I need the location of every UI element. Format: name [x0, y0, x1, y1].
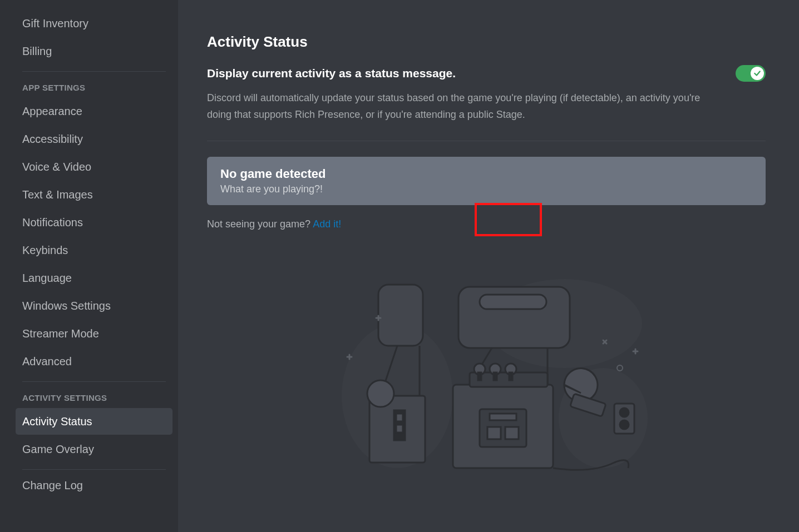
svg-point-7 — [367, 380, 394, 407]
svg-rect-25 — [487, 427, 501, 439]
svg-rect-15 — [480, 295, 546, 309]
sidebar-divider — [22, 71, 166, 72]
sidebar-item-language[interactable]: Language — [16, 265, 172, 291]
sidebar-item-appearance[interactable]: Appearance — [16, 98, 172, 125]
svg-point-29 — [620, 408, 629, 417]
sidebar-item-game-overlay[interactable]: Game Overlay — [16, 436, 172, 463]
sidebar-item-activity-status[interactable]: Activity Status — [16, 408, 172, 435]
main-content: Activity Status Display current activity… — [178, 0, 799, 532]
toggle-label: Display current activity as a status mes… — [207, 67, 456, 80]
svg-rect-24 — [490, 414, 516, 420]
page-title: Activity Status — [207, 33, 766, 51]
svg-rect-10 — [396, 425, 403, 432]
sidebar-item-notifications[interactable]: Notifications — [16, 209, 172, 236]
no-game-card: No game detected What are you playing?! — [207, 157, 766, 205]
svg-rect-4 — [378, 285, 423, 346]
settings-sidebar: Gift Inventory Billing APP SETTINGS Appe… — [0, 0, 178, 532]
check-icon — [751, 67, 764, 80]
sidebar-item-gift-inventory[interactable]: Gift Inventory — [16, 10, 172, 37]
not-seeing-row: Not seeing your game? Add it! — [207, 218, 766, 230]
svg-rect-26 — [505, 427, 519, 439]
sidebar-item-text-images[interactable]: Text & Images — [16, 181, 172, 208]
sidebar-item-billing[interactable]: Billing — [16, 38, 172, 64]
not-seeing-text: Not seeing your game? — [207, 218, 313, 230]
sidebar-header-activity-settings: ACTIVITY SETTINGS — [16, 384, 172, 407]
arcade-illustration — [207, 274, 766, 474]
svg-rect-9 — [396, 414, 403, 421]
sidebar-divider — [22, 469, 166, 470]
sidebar-item-keybinds[interactable]: Keybinds — [16, 237, 172, 263]
section-divider — [207, 141, 766, 141]
sidebar-item-windows-settings[interactable]: Windows Settings — [16, 292, 172, 319]
sidebar-divider — [22, 381, 166, 382]
add-it-link[interactable]: Add it! — [313, 218, 341, 230]
sidebar-item-change-log[interactable]: Change Log — [16, 472, 172, 499]
sidebar-item-advanced[interactable]: Advanced — [16, 348, 172, 375]
no-game-subtitle: What are you playing?! — [220, 183, 752, 195]
sidebar-item-accessibility[interactable]: Accessibility — [16, 126, 172, 152]
svg-rect-22 — [509, 372, 512, 380]
activity-status-toggle[interactable] — [736, 65, 766, 82]
no-game-title: No game detected — [220, 167, 752, 181]
svg-point-39 — [617, 365, 623, 371]
svg-rect-20 — [494, 372, 497, 380]
toggle-description: Discord will automatically update your s… — [207, 90, 719, 123]
sidebar-item-streamer-mode[interactable]: Streamer Mode — [16, 320, 172, 347]
svg-rect-18 — [478, 372, 481, 380]
svg-point-30 — [620, 420, 629, 429]
sidebar-item-voice-video[interactable]: Voice & Video — [16, 153, 172, 180]
sidebar-header-app-settings: APP SETTINGS — [16, 74, 172, 97]
